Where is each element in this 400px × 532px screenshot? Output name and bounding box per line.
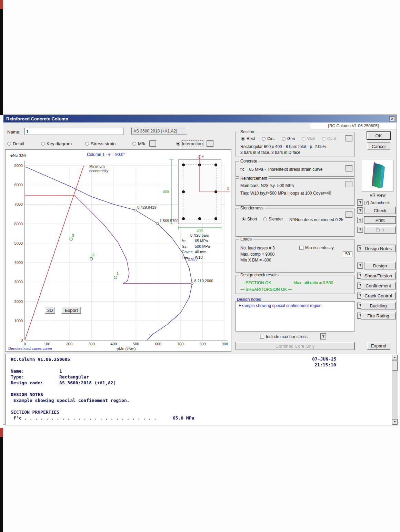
section-option-rect[interactable]: Rect <box>241 136 255 141</box>
section-ok-text: — SECTION OK — <box>240 280 277 285</box>
check-button[interactable]: Check <box>364 207 396 214</box>
height-dimension: 600 <box>163 190 169 194</box>
check-help-button[interactable]: ? <box>357 207 363 214</box>
rc-column-window: Reinforced Concrete Column ✕ [RC Column … <box>3 115 397 425</box>
svg-text:eccentricity: eccentricity <box>89 169 109 173</box>
checkbox-icon <box>364 201 369 205</box>
version-badge: [RC Column V1.06 250605] <box>310 123 397 129</box>
loads-group-title: Loads <box>239 237 253 242</box>
autocheck-help-button[interactable]: ? <box>357 199 363 206</box>
radio-icon <box>263 217 267 221</box>
fire-rating-button[interactable]: Fire Rating <box>361 312 396 319</box>
chart-note: Denotes load cases curve <box>8 346 52 351</box>
radio-icon <box>282 137 286 141</box>
design-notes-button[interactable]: Design Notes <box>361 245 396 252</box>
view-option-stress-strain[interactable]: Stress strain <box>85 141 116 146</box>
export-button[interactable]: Export <box>62 307 81 314</box>
print-help-button[interactable]: ? <box>357 217 363 223</box>
interaction-settings-button[interactable] <box>207 140 213 147</box>
section-option-label: Circ <box>267 136 274 141</box>
include-max-help-button[interactable]: ? <box>320 333 326 339</box>
autocheck-checkbox[interactable]: Autocheck <box>364 200 390 205</box>
concrete-group-title: Concrete <box>239 159 259 164</box>
vr-view-image[interactable] <box>362 160 393 191</box>
slenderness-group: Slenderness Short Slender N*/Nuo does no… <box>236 208 355 237</box>
svg-text:600: 600 <box>155 342 161 346</box>
confinement-button[interactable]: Confinement <box>361 282 396 289</box>
design-notes-text: Example showing special confinement regi… <box>239 303 321 308</box>
scroll-up-icon[interactable]: ▲ <box>392 355 398 360</box>
threed-button[interactable]: 3D <box>45 307 55 314</box>
shear-torsion-button[interactable]: Shear/Torsion <box>361 272 396 279</box>
angle-field[interactable]: 50 <box>343 251 352 257</box>
output-scrollbar[interactable]: ▲ ▼ <box>392 355 398 425</box>
close-button[interactable]: ✕ <box>389 116 395 121</box>
scroll-thumb[interactable] <box>392 361 398 371</box>
view-option-key-diagram[interactable]: Key diagram <box>41 141 72 146</box>
svg-text:500: 500 <box>133 342 139 346</box>
design-button[interactable]: Design <box>364 262 396 269</box>
print-button[interactable]: Print <box>364 216 396 224</box>
property-row: Cover:40 mm <box>182 250 210 255</box>
end-button: End <box>364 226 396 234</box>
output-report-area[interactable]: RC.Column V1.06.250605 Name: 1 Type: Rec… <box>5 354 398 425</box>
slenderness-short-option[interactable]: Short <box>242 217 257 221</box>
cancel-button[interactable]: Cancel <box>367 142 390 150</box>
view-option-label: M/k <box>138 141 145 146</box>
ok-button[interactable]: OK <box>367 132 390 139</box>
slenderness-edit-button[interactable] <box>346 211 352 218</box>
view-option-label: Stress strain <box>91 141 116 146</box>
series-design-moment-curve <box>75 196 129 284</box>
svg-text:8000: 8000 <box>14 183 23 187</box>
reinforcement-group: Reinforcement Main bars: N28 fsy=500 MPa… <box>236 178 355 206</box>
svg-text:φMu (kNm): φMu (kNm) <box>117 347 136 351</box>
vr-view-caption: VR View <box>362 193 393 198</box>
property-row: fc:65 MPa <box>182 239 210 244</box>
section-option-gen[interactable]: Gen <box>282 136 295 141</box>
slenderness-slender-option[interactable]: Slender <box>263 217 283 221</box>
svg-text:Column 1 - θ = 90.0°: Column 1 - θ = 90.0° <box>87 152 125 157</box>
min-eccentricity-checkbox[interactable]: Min eccentricity <box>299 245 334 250</box>
property-row: fsy:500 MPa <box>182 244 210 250</box>
svg-text:900: 900 <box>222 342 228 346</box>
max-comp-text: Max. comp = 9000 <box>240 252 274 257</box>
view-option-mk[interactable]: M/k <box>132 141 145 146</box>
design-check-results-group: Design check results — SECTION OK — Max.… <box>236 275 355 294</box>
section-edit-button[interactable] <box>346 135 352 141</box>
scan-mark <box>0 0 3 9</box>
bars-note: 8 N28 bars <box>179 233 220 237</box>
svg-text:6000: 6000 <box>14 222 23 226</box>
section-desc2: 3 bars in B face, 3 bars in D face <box>240 150 300 155</box>
crack-control-button[interactable]: Crack Control <box>361 292 396 299</box>
view-option-label: Key diagram <box>47 141 72 146</box>
include-max-bar-stress-checkbox[interactable]: Include max bar stress <box>260 334 308 339</box>
svg-text:300: 300 <box>88 342 94 346</box>
design-help-button[interactable]: ? <box>357 263 363 269</box>
mk-settings-button[interactable] <box>149 140 156 147</box>
buckling-button[interactable]: Buckling <box>361 302 396 309</box>
name-input[interactable] <box>24 128 124 135</box>
concrete-edit-button[interactable] <box>346 165 352 171</box>
title-bar[interactable]: Reinforced Concrete Column ✕ <box>3 115 397 122</box>
section-option-circ[interactable]: Circ <box>262 136 274 141</box>
scan-mark <box>0 428 3 437</box>
reinforcement-edit-button[interactable] <box>346 181 352 187</box>
output-date: 07-JUN-25 <box>312 356 336 362</box>
util-ratio-text: Max. util ratio = 0.530 <box>293 280 333 285</box>
scroll-down-icon[interactable]: ▼ <box>392 419 398 425</box>
window-title: Reinforced Concrete Column <box>5 116 68 121</box>
expand-button[interactable]: Expand <box>367 342 390 350</box>
section-group-title: Section <box>239 129 256 134</box>
svg-text:800: 800 <box>199 342 206 346</box>
view-option-interaction[interactable]: Interaction <box>176 141 203 146</box>
design-notes-box[interactable]: Example showing special confinement regi… <box>236 301 355 332</box>
section-desc1: Rectangular 600 x 400 - 8 bars total - p… <box>240 144 326 149</box>
include-max-bar-stress-label: Include max bar stress <box>266 334 308 339</box>
end-help-button[interactable]: ? <box>357 227 363 233</box>
radio-icon <box>302 137 306 141</box>
load-cases-text: No. load cases = 3 <box>240 246 275 250</box>
svg-text:4000: 4000 <box>14 260 23 265</box>
svg-text:φNu (kN): φNu (kN) <box>10 153 26 157</box>
slenderness-option-label: Slender <box>269 217 283 221</box>
view-option-detail[interactable]: Detail <box>7 141 24 146</box>
